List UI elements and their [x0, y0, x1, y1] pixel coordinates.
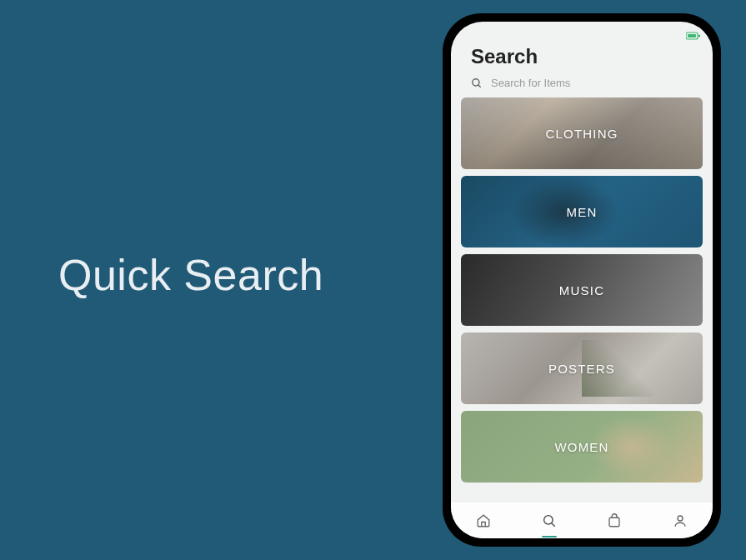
search-input[interactable] [491, 77, 693, 89]
nav-search[interactable] [533, 504, 566, 538]
home-icon [476, 513, 491, 528]
category-music[interactable]: MUSIC [461, 254, 703, 326]
app-header: Search [451, 38, 713, 72]
svg-rect-2 [698, 35, 700, 38]
bottom-nav [451, 502, 713, 538]
category-clothing[interactable]: CLOTHING [461, 98, 703, 169]
nav-home[interactable] [467, 504, 500, 538]
svg-line-4 [478, 84, 481, 87]
category-label: POSTERS [548, 362, 615, 376]
battery-icon [686, 28, 701, 37]
search-icon [471, 78, 483, 89]
svg-point-8 [678, 516, 683, 521]
category-label: MEN [567, 205, 598, 219]
nav-profile[interactable] [663, 504, 697, 538]
search-icon [542, 513, 557, 528]
nav-bag[interactable] [598, 504, 631, 538]
category-label: WOMEN [554, 440, 608, 454]
svg-line-6 [551, 522, 554, 526]
status-bar [451, 22, 713, 38]
category-men[interactable]: MEN [461, 176, 703, 248]
page-title: Search [471, 45, 693, 68]
phone-screen: Search CLOTHING MEN MUSIC POSTERS [451, 22, 713, 538]
shopping-bag-icon [607, 513, 622, 528]
category-list: CLOTHING MEN MUSIC POSTERS WOMEN [451, 98, 713, 502]
category-label: MUSIC [559, 283, 604, 298]
category-posters[interactable]: POSTERS [461, 332, 703, 404]
user-icon [673, 513, 688, 528]
category-label: CLOTHING [545, 127, 618, 141]
search-bar[interactable] [451, 72, 713, 98]
hero-title: Quick Search [58, 250, 323, 300]
svg-rect-1 [688, 34, 696, 38]
category-women[interactable]: WOMEN [461, 411, 703, 482]
svg-rect-7 [609, 518, 619, 527]
phone-frame: Search CLOTHING MEN MUSIC POSTERS [443, 13, 721, 547]
svg-point-5 [543, 515, 553, 524]
svg-point-3 [473, 78, 479, 85]
